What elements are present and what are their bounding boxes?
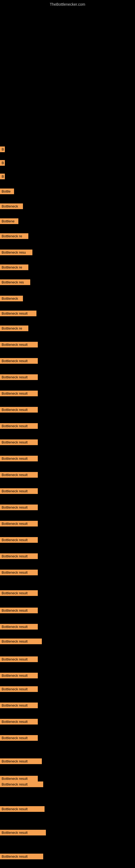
bottleneck-result-item: Bottleneck result: [0, 719, 38, 724]
bottleneck-result-item: Bottleneck result: [0, 407, 38, 412]
bottleneck-result-item: Bottleneck result: [0, 639, 42, 644]
bottleneck-result-item: Bottleneck result: [0, 781, 43, 787]
bottleneck-result-item: Bottleneck result: [0, 311, 37, 316]
bottleneck-result-item: Bottle: [0, 188, 14, 194]
bottleneck-result-item: Bottleneck result: [0, 358, 38, 364]
bottleneck-result-item: Bottleneck: [0, 204, 23, 209]
bottleneck-result-item: Bottleneck re: [0, 326, 28, 331]
bottleneck-result-item: Bottleneck result: [0, 608, 38, 613]
bottleneck-result-item: B: [0, 147, 5, 152]
bottleneck-result-item: Bottleneck result: [0, 806, 45, 812]
bottleneck-result-item: Bottleneck result: [0, 569, 38, 575]
bottleneck-result-item: Bottleneck result: [0, 590, 38, 596]
bottleneck-result-item: Bottleneck result: [0, 686, 38, 692]
site-title: TheBottlenecker.com: [50, 2, 85, 6]
bottleneck-result-item: Bottleneck re: [0, 233, 28, 239]
bottleneck-result-item: Bottleneck result: [0, 456, 38, 461]
bottleneck-result-item: Bottleneck result: [0, 854, 43, 859]
bottleneck-result-item: Bottleneck result: [0, 374, 38, 380]
bottleneck-result-item: Bottleneck result: [0, 656, 38, 662]
bottleneck-result-item: Bottleneck result: [0, 521, 38, 527]
bottleneck-result-item: Bottleneck result: [0, 776, 38, 781]
bottleneck-result-item: Bottleneck result: [0, 830, 46, 835]
bottleneck-result-item: Bottleneck result: [0, 342, 38, 347]
bottleneck-result-item: Bottleneck result: [0, 703, 38, 708]
bottleneck-result-item: Bottleneck result: [0, 537, 38, 543]
bottleneck-result-item: Bottleneck result: [0, 504, 38, 510]
bottleneck-result-item: B: [0, 174, 5, 179]
bottleneck-result-item: Bottleneck result: [0, 488, 38, 494]
bottleneck-result-item: Bottleneck result: [0, 439, 38, 445]
bottleneck-result-item: Bottlene: [0, 218, 18, 224]
bottleneck-result-item: Bottleneck result: [0, 624, 38, 629]
bottleneck-result-item: Bottleneck resu: [0, 250, 32, 255]
bottleneck-result-item: Bottleneck result: [0, 673, 38, 678]
bottleneck-result-item: Bottleneck result: [0, 391, 38, 396]
bottleneck-result-item: Bottleneck result: [0, 735, 38, 741]
bottleneck-result-item: Bottleneck result: [0, 472, 38, 478]
bottleneck-result-item: Bottleneck result: [0, 758, 42, 764]
bottleneck-result-item: B: [0, 160, 5, 166]
bottleneck-result-item: Bottleneck re: [0, 265, 28, 270]
bottleneck-result-item: Bottleneck result: [0, 423, 38, 429]
bottleneck-result-item: Bottleneck: [0, 296, 23, 301]
bottleneck-result-item: Bottleneck result: [0, 553, 38, 559]
bottleneck-result-item: Bottleneck res: [0, 279, 30, 285]
